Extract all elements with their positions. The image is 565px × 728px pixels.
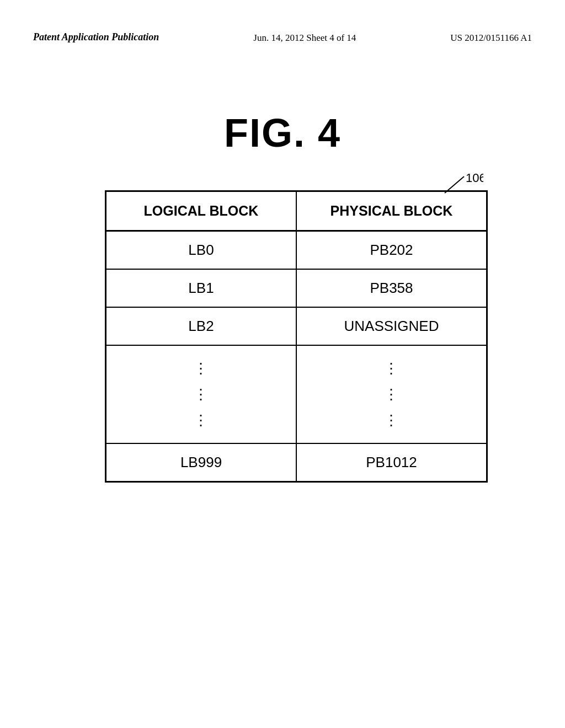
mapping-table-container: LOGICAL BLOCK PHYSICAL BLOCK LB0PB202LB1…: [105, 190, 488, 483]
table-row: LB999PB1012: [106, 443, 487, 482]
col-header-physical: PHYSICAL BLOCK: [296, 191, 487, 231]
physical-cell: PB1012: [296, 443, 487, 482]
logical-cell: LB2: [106, 307, 297, 345]
header-patent-number: US 2012/0151166 A1: [450, 31, 532, 45]
logical-cell: LB999: [106, 443, 297, 482]
logical-cell: LB1: [106, 269, 297, 307]
header-publication-label: Patent Application Publication: [33, 30, 159, 44]
physical-cell: ⋮⋮⋮: [296, 345, 487, 443]
table-row: ⋮⋮⋮⋮⋮⋮: [106, 345, 487, 443]
logical-cell: ⋮⋮⋮: [106, 345, 297, 443]
logical-cell: LB0: [106, 231, 297, 270]
physical-cell: UNASSIGNED: [296, 307, 487, 345]
table-row: LB1PB358: [106, 269, 487, 307]
physical-cell: PB358: [296, 269, 487, 307]
mapping-table: LOGICAL BLOCK PHYSICAL BLOCK LB0PB202LB1…: [105, 190, 488, 483]
table-row: LB0PB202: [106, 231, 487, 270]
svg-text:106: 106: [466, 172, 483, 185]
table-row: LB2UNASSIGNED: [106, 307, 487, 345]
physical-cell: PB202: [296, 231, 487, 270]
header: Patent Application Publication Jun. 14, …: [0, 30, 565, 45]
figure-title: FIG. 4: [0, 110, 565, 156]
col-header-logical: LOGICAL BLOCK: [106, 191, 297, 231]
header-date-sheet: Jun. 14, 2012 Sheet 4 of 14: [253, 31, 356, 45]
page: Patent Application Publication Jun. 14, …: [0, 0, 565, 728]
